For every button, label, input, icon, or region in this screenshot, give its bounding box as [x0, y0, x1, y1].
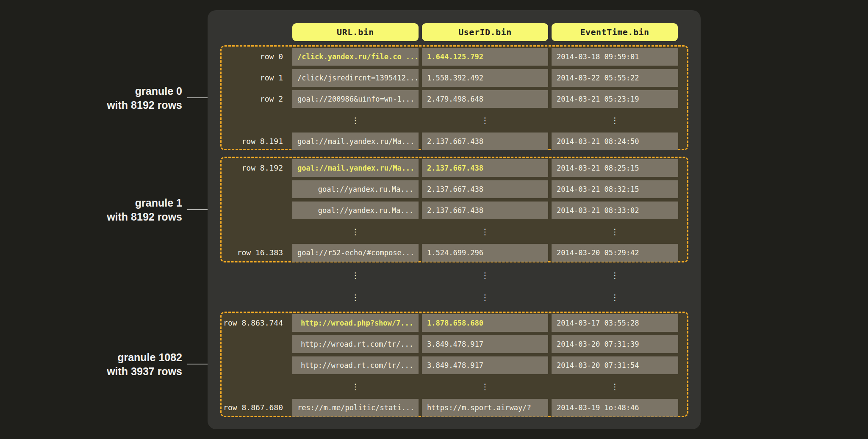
- eventtime-cell: 2014-03-20 07:31:39: [552, 335, 678, 353]
- table-row: goal://yandex.ru.Ma... 2.137.667.438 201…: [222, 180, 687, 198]
- column-header-userid: UserID.bin: [422, 23, 548, 41]
- url-cell: res://m.me/politic/stati...: [292, 399, 419, 417]
- ellipsis-icon: ⋮: [292, 266, 419, 284]
- table-panel: URL.bin UserID.bin EventTime.bin row 0 /…: [208, 10, 701, 429]
- ellipsis-icon: ⋮: [422, 378, 548, 395]
- userid-cell: 2.137.667.438: [422, 133, 548, 150]
- ellipsis-icon: ⋮: [552, 223, 678, 240]
- granule-1082-annotation: granule 1082 with 3937 rows: [42, 351, 182, 378]
- ellipsis-icon: ⋮: [292, 223, 419, 240]
- row-label: row 8.867.680: [222, 399, 289, 417]
- column-headers: URL.bin UserID.bin EventTime.bin: [292, 23, 678, 41]
- ellipsis-row: ⋮ ⋮ ⋮: [222, 378, 687, 395]
- url-cell: goal://mail.yandex.ru/Ma...: [292, 159, 419, 177]
- ellipsis-icon: ⋮: [422, 288, 548, 306]
- url-cell: goal://200986&uinfo=wn-1...: [292, 90, 419, 108]
- eventtime-cell: 2014-03-17 03:55:28: [552, 314, 678, 332]
- table-row: row 2 goal://200986&uinfo=wn-1... 2.479.…: [222, 90, 687, 108]
- granule-1-annotation: granule 1 with 8192 rows: [42, 196, 182, 224]
- granule-0-subtitle: with 8192 rows: [42, 98, 182, 112]
- table-row: row 8.867.680 res://m.me/politic/stati..…: [222, 399, 687, 417]
- granule-1082-title: granule 1082: [42, 351, 182, 364]
- ellipsis-icon: ⋮: [552, 378, 678, 395]
- granule-0-title: granule 0: [42, 84, 182, 98]
- granule-0-box: row 0 /click.yandex.ru/file.co ... 1.644…: [220, 45, 688, 150]
- ellipsis-row: ⋮ ⋮ ⋮: [222, 223, 687, 240]
- url-cell: goal://yandex.ru.Ma...: [292, 180, 419, 198]
- eventtime-cell: 2014-03-21 08:33:02: [552, 202, 678, 219]
- row-label: row 16.383: [222, 244, 289, 262]
- ellipsis-icon: ⋮: [292, 378, 419, 395]
- ellipsis-icon: ⋮: [422, 266, 548, 284]
- url-cell: http://wroad.rt.com/tr/...: [292, 335, 419, 353]
- eventtime-cell: 2014-03-21 08:32:15: [552, 180, 678, 198]
- granule-1-box: row 8.192 goal://mail.yandex.ru/Ma... 2.…: [220, 157, 688, 262]
- url-cell: /click/jsredircnt=1395412...: [292, 69, 419, 87]
- row-label: row 8.192: [222, 159, 289, 177]
- column-header-eventtime: EventTime.bin: [552, 23, 678, 41]
- userid-cell: 2.137.667.438: [422, 202, 548, 219]
- table-row: row 0 /click.yandex.ru/file.co ... 1.644…: [222, 48, 687, 66]
- eventtime-cell: 2014-03-21 05:23:19: [552, 90, 678, 108]
- row-label: row 8.863.744: [222, 314, 289, 332]
- userid-cell: 1.644.125.792: [422, 48, 548, 66]
- row-label: row 0: [222, 48, 289, 66]
- url-cell: goal://r52-echo/#compose...: [292, 244, 419, 262]
- gap-ellipsis-row: ⋮ ⋮ ⋮: [222, 266, 687, 284]
- ellipsis-icon: ⋮: [552, 288, 678, 306]
- userid-cell: 2.479.498.648: [422, 90, 548, 108]
- table-row: row 8.191 goal://mail.yandex.ru/Ma... 2.…: [222, 133, 687, 150]
- ellipsis-row: ⋮ ⋮ ⋮: [222, 111, 687, 129]
- url-cell: /click.yandex.ru/file.co ...: [292, 48, 419, 66]
- eventtime-cell: 2014-03-21 08:24:50: [552, 133, 678, 150]
- table-row: row 8.192 goal://mail.yandex.ru/Ma... 2.…: [222, 159, 687, 177]
- granule-0-annotation: granule 0 with 8192 rows: [42, 84, 182, 112]
- userid-cell: 1.878.658.680: [422, 314, 548, 332]
- row-label: row 8.191: [222, 133, 289, 150]
- ellipsis-icon: ⋮: [292, 111, 419, 129]
- userid-cell: 2.137.667.438: [422, 159, 548, 177]
- granule-1082-box: row 8.863.744 http://wroad.php?show/7...…: [220, 312, 688, 417]
- url-cell: goal://mail.yandex.ru/Ma...: [292, 133, 419, 150]
- userid-cell: 1.524.699.296: [422, 244, 548, 262]
- url-cell: http://wroad.rt.com/tr/...: [292, 356, 419, 374]
- eventtime-cell: 2014-03-21 08:25:15: [552, 159, 678, 177]
- table-row: row 16.383 goal://r52-echo/#compose... 1…: [222, 244, 687, 262]
- table-row: http://wroad.rt.com/tr/... 3.849.478.917…: [222, 356, 687, 374]
- granule-1-title: granule 1: [42, 196, 182, 210]
- table-row: goal://yandex.ru.Ma... 2.137.667.438 201…: [222, 202, 687, 219]
- granule-1082-subtitle: with 3937 rows: [42, 364, 182, 378]
- gap-ellipsis-row: ⋮ ⋮ ⋮: [222, 288, 687, 306]
- ellipsis-icon: ⋮: [552, 111, 678, 129]
- table-row: row 1 /click/jsredircnt=1395412... 1.558…: [222, 69, 687, 87]
- eventtime-cell: 2014-03-20 07:31:54: [552, 356, 678, 374]
- ellipsis-icon: ⋮: [292, 288, 419, 306]
- ellipsis-icon: ⋮: [552, 266, 678, 284]
- url-cell: http://wroad.php?show/7...: [292, 314, 419, 332]
- column-header-url: URL.bin: [292, 23, 419, 41]
- userid-cell: 3.849.478.917: [422, 356, 548, 374]
- eventtime-cell: 2014-03-22 05:55:22: [552, 69, 678, 87]
- eventtime-cell: 2014-03-20 05:29:42: [552, 244, 678, 262]
- userid-cell: 2.137.667.438: [422, 180, 548, 198]
- row-label: row 2: [222, 90, 289, 108]
- eventtime-cell: 2014-03-19 1o:48:46: [552, 399, 678, 417]
- ellipsis-icon: ⋮: [422, 111, 548, 129]
- eventtime-cell: 2014-03-18 09:59:01: [552, 48, 678, 66]
- userid-cell: 3.849.478.917: [422, 335, 548, 353]
- url-cell: goal://yandex.ru.Ma...: [292, 202, 419, 219]
- granule-1-subtitle: with 8192 rows: [42, 210, 182, 224]
- table-row: http://wroad.rt.com/tr/... 3.849.478.917…: [222, 335, 687, 353]
- table-row: row 8.863.744 http://wroad.php?show/7...…: [222, 314, 687, 332]
- ellipsis-icon: ⋮: [422, 223, 548, 240]
- userid-cell: https://m.sport.airway/?: [422, 399, 548, 417]
- userid-cell: 1.558.392.492: [422, 69, 548, 87]
- row-label: row 1: [222, 69, 289, 87]
